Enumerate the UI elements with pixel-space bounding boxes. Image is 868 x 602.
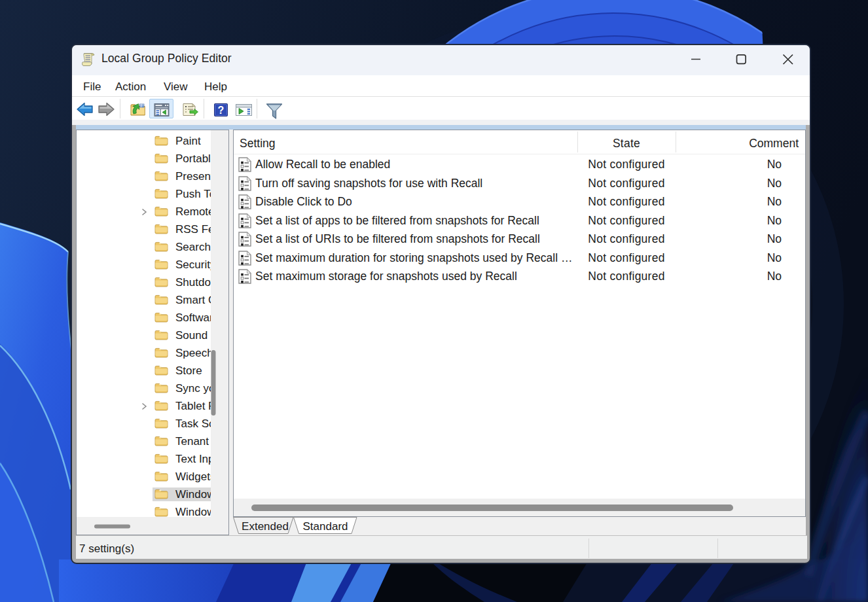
svg-text:Standard: Standard [303, 520, 348, 533]
svg-text:?: ? [218, 105, 225, 116]
svg-text:Extended: Extended [242, 520, 289, 533]
